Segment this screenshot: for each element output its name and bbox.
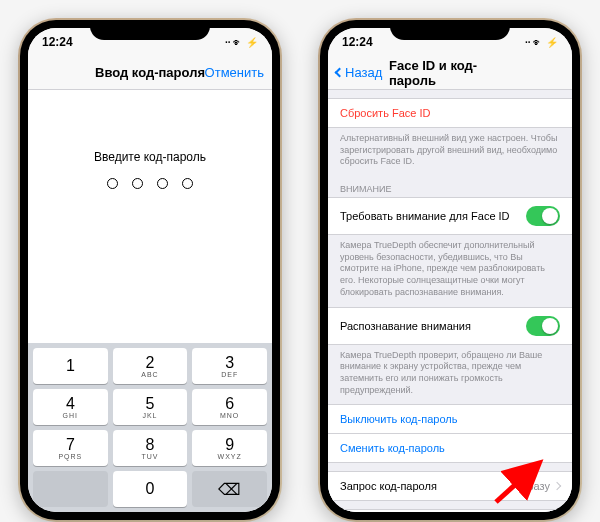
key-9[interactable]: 9WXYZ bbox=[192, 430, 267, 466]
require-attention-toggle[interactable] bbox=[526, 206, 560, 226]
passcode-dots bbox=[107, 178, 193, 189]
reset-faceid-row[interactable]: Сбросить Face ID bbox=[328, 98, 572, 128]
status-time: 12:24 bbox=[342, 35, 373, 49]
key-8[interactable]: 8TUV bbox=[113, 430, 188, 466]
voice-dial-row: Голосовой набор bbox=[328, 509, 572, 512]
notch bbox=[90, 20, 210, 40]
delete-icon: ⌫ bbox=[218, 480, 241, 499]
require-attention-footer: Камера TrueDepth обеспечит дополнительны… bbox=[328, 235, 572, 306]
screen-passcode: 12:24 ·· ᯤ ⚡ Ввод код-пароля Отменить Вв… bbox=[28, 28, 272, 512]
change-passcode-row[interactable]: Сменить код-пароль bbox=[328, 434, 572, 463]
require-passcode-value: Сразу bbox=[520, 480, 550, 492]
keypad: 1 2ABC 3DEF 4GHI 5JKL 6MNO 7PQRS 8TUV 9W… bbox=[28, 343, 272, 512]
status-icons: ·· ᯤ ⚡ bbox=[525, 37, 558, 48]
nav-title: Ввод код-пароля bbox=[95, 65, 205, 80]
chevron-left-icon bbox=[335, 68, 345, 78]
turn-off-passcode-row[interactable]: Выключить код-пароль bbox=[328, 404, 572, 434]
settings-body[interactable]: Сбросить Face ID Альтернативный внешний … bbox=[328, 90, 572, 512]
screen-settings: 12:24 ·· ᯤ ⚡ Назад Face ID и код-пароль … bbox=[328, 28, 572, 512]
nav-title: Face ID и код-пароль bbox=[389, 58, 511, 88]
back-button[interactable]: Назад bbox=[336, 65, 382, 80]
nav-bar: Назад Face ID и код-пароль bbox=[328, 56, 572, 90]
key-delete[interactable]: ⌫ bbox=[192, 471, 267, 507]
passcode-dot bbox=[107, 178, 118, 189]
phone-left: 12:24 ·· ᯤ ⚡ Ввод код-пароля Отменить Вв… bbox=[20, 20, 280, 520]
key-2[interactable]: 2ABC bbox=[113, 348, 188, 384]
passcode-area: Введите код-пароль bbox=[28, 90, 272, 343]
status-icons: ·· ᯤ ⚡ bbox=[225, 37, 258, 48]
key-3[interactable]: 3DEF bbox=[192, 348, 267, 384]
passcode-dot bbox=[157, 178, 168, 189]
require-passcode-row[interactable]: Запрос код-пароля Сразу bbox=[328, 471, 572, 501]
cancel-button[interactable]: Отменить bbox=[205, 65, 264, 80]
chevron-right-icon bbox=[553, 482, 561, 490]
attention-header: ВНИМАНИЕ bbox=[328, 176, 572, 197]
attention-aware-row: Распознавание внимания bbox=[328, 307, 572, 345]
attention-aware-footer: Камера TrueDepth проверит, обращено ли В… bbox=[328, 345, 572, 405]
key-6[interactable]: 6MNO bbox=[192, 389, 267, 425]
passcode-dot bbox=[182, 178, 193, 189]
passcode-dot bbox=[132, 178, 143, 189]
notch bbox=[390, 20, 510, 40]
attention-aware-toggle[interactable] bbox=[526, 316, 560, 336]
require-attention-row: Требовать внимание для Face ID bbox=[328, 197, 572, 235]
status-time: 12:24 bbox=[42, 35, 73, 49]
reset-faceid-footer: Альтернативный внешний вид уже настроен.… bbox=[328, 128, 572, 176]
phone-right: 12:24 ·· ᯤ ⚡ Назад Face ID и код-пароль … bbox=[320, 20, 580, 520]
key-5[interactable]: 5JKL bbox=[113, 389, 188, 425]
key-4[interactable]: 4GHI bbox=[33, 389, 108, 425]
key-blank bbox=[33, 471, 108, 507]
key-0[interactable]: 0 bbox=[113, 471, 188, 507]
key-7[interactable]: 7PQRS bbox=[33, 430, 108, 466]
nav-bar: Ввод код-пароля Отменить bbox=[28, 56, 272, 90]
passcode-prompt: Введите код-пароль bbox=[94, 150, 206, 164]
key-1[interactable]: 1 bbox=[33, 348, 108, 384]
